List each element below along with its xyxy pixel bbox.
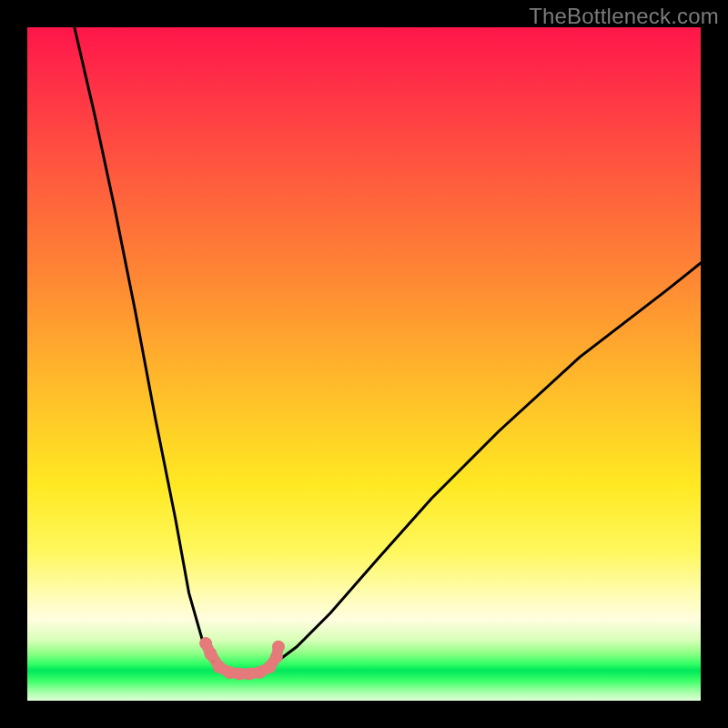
curve-layer bbox=[27, 27, 701, 701]
right-curve bbox=[249, 263, 701, 673]
left-curve bbox=[75, 27, 249, 673]
watermark-text: TheBottleneck.com bbox=[529, 4, 719, 29]
chart-frame: TheBottleneck.com bbox=[0, 0, 728, 728]
svg-point-1 bbox=[204, 647, 217, 660]
trough-markers bbox=[199, 637, 285, 680]
svg-point-9 bbox=[272, 641, 285, 653]
plot-area bbox=[27, 27, 701, 701]
